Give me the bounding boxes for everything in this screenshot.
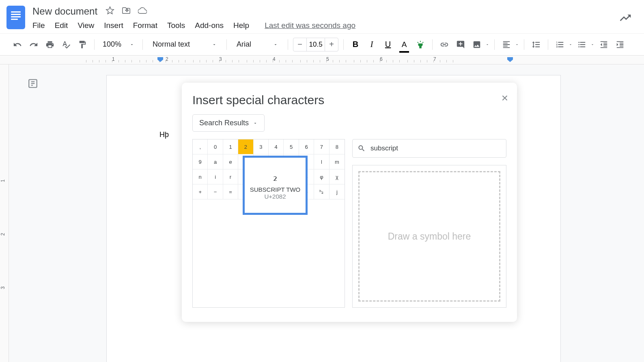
char-cell[interactable]: 2 [238, 139, 253, 154]
last-edit-link[interactable]: Last edit was seconds ago [265, 21, 355, 30]
menu-tools[interactable]: Tools [167, 21, 185, 30]
star-icon[interactable] [106, 6, 114, 17]
line-spacing-button[interactable] [529, 38, 543, 51]
docs-logo[interactable] [6, 6, 25, 29]
char-cell[interactable]: l [314, 154, 329, 169]
bold-button[interactable]: B [349, 38, 362, 51]
draw-symbol-area[interactable]: Draw a symbol here [352, 165, 506, 308]
special-characters-dialog: × Insert special characters Search Resul… [182, 83, 517, 322]
ruler-number: 1 [0, 180, 6, 182]
char-cell[interactable]: n [193, 169, 208, 184]
paragraph-style-select[interactable]: Normal text [148, 40, 222, 49]
chevron-down-icon[interactable] [485, 41, 489, 48]
insert-link-button[interactable] [437, 38, 451, 51]
dialog-title: Insert special characters [192, 93, 506, 107]
ruler-number: 6 [380, 56, 383, 62]
menu-addons[interactable]: Add-ons [195, 21, 224, 30]
char-cell[interactable]: j [330, 184, 345, 199]
char-cell[interactable]: a [208, 154, 223, 169]
font-size-increase[interactable]: + [325, 38, 338, 51]
ruler-number: 3 [0, 287, 6, 289]
char-cell[interactable]: − [208, 184, 223, 199]
char-cell[interactable]: 8 [330, 139, 345, 154]
char-cell[interactable]: 3 [254, 139, 269, 154]
horizontal-ruler: 1234567 [0, 56, 644, 64]
paint-format-button[interactable] [75, 38, 89, 51]
search-input[interactable] [370, 144, 501, 152]
move-icon[interactable] [122, 6, 131, 17]
chevron-down-icon[interactable] [590, 41, 594, 48]
menu-file[interactable]: File [32, 21, 45, 30]
menu-help[interactable]: Help [233, 21, 249, 30]
character-search[interactable] [352, 139, 506, 158]
draw-placeholder: Draw a symbol here [388, 231, 471, 242]
print-button[interactable] [43, 38, 57, 51]
numbered-list-button[interactable] [553, 38, 567, 51]
chevron-down-icon[interactable] [515, 41, 519, 48]
underline-button[interactable]: U [381, 38, 395, 51]
font-select[interactable]: Arial [232, 40, 283, 49]
char-cell[interactable]: , [193, 139, 208, 154]
char-cell[interactable]: i [208, 169, 223, 184]
ruler-number: 3 [219, 56, 222, 62]
close-button[interactable]: × [502, 92, 508, 105]
document-title[interactable]: New document [32, 6, 97, 17]
char-cell[interactable]: + [193, 184, 208, 199]
character-tooltip: ₂ SUBSCRIPT TWO U+2082 [243, 156, 308, 215]
menubar: File Edit View Insert Format Tools Add-o… [32, 17, 638, 30]
tooltip-name: SUBSCRIPT TWO [250, 186, 300, 193]
font-size-decrease[interactable]: − [293, 38, 306, 51]
char-cell[interactable]: ʰ₂ [314, 184, 329, 199]
decrease-indent-button[interactable] [597, 38, 611, 51]
left-indent-marker[interactable] [157, 57, 163, 62]
char-cell[interactable]: 0 [208, 139, 223, 154]
ruler-number: 2 [166, 56, 168, 62]
cloud-icon[interactable] [138, 6, 147, 17]
char-cell[interactable]: 7 [314, 139, 329, 154]
char-cell[interactable]: m [330, 154, 345, 169]
insert-image-button[interactable] [470, 38, 484, 51]
increase-indent-button[interactable] [613, 38, 627, 51]
char-cell[interactable]: 5 [284, 139, 299, 154]
text-color-button[interactable]: A [397, 38, 411, 51]
char-cell[interactable]: r [223, 169, 238, 184]
char-cell[interactable]: 4 [269, 139, 284, 154]
menu-insert[interactable]: Insert [104, 21, 123, 30]
italic-button[interactable]: I [365, 38, 379, 51]
menu-view[interactable]: View [78, 21, 94, 30]
align-button[interactable] [500, 38, 513, 51]
char-cell[interactable]: φ [314, 169, 329, 184]
char-cell[interactable]: 6 [299, 139, 314, 154]
ruler-number: 4 [273, 56, 276, 62]
chevron-down-icon[interactable] [569, 41, 573, 48]
char-cell[interactable]: = [223, 184, 238, 199]
undo-button[interactable] [11, 38, 24, 51]
char-cell[interactable]: χ [330, 169, 345, 184]
right-indent-marker[interactable] [507, 57, 513, 62]
bulleted-list-button[interactable] [575, 38, 589, 51]
category-dropdown[interactable]: Search Results [192, 114, 265, 132]
toolbar: 100% Normal text Arial − + B I U A [0, 33, 644, 56]
vertical-ruler: 123 [0, 64, 9, 362]
ruler-number: 1 [112, 56, 115, 62]
document-text: Hþ [159, 131, 169, 139]
ruler-number: 5 [326, 56, 329, 62]
ruler-number: 2 [0, 233, 6, 236]
menu-edit[interactable]: Edit [55, 21, 68, 30]
insert-comment-button[interactable] [454, 38, 467, 51]
zoom-select[interactable]: 100% [99, 40, 138, 49]
ruler-number: 7 [433, 56, 436, 62]
menu-format[interactable]: Format [133, 21, 157, 30]
tooltip-char: ₂ [273, 171, 277, 184]
char-cell[interactable]: 9 [193, 154, 208, 169]
spellcheck-button[interactable] [59, 38, 73, 51]
outline-toggle-button[interactable] [24, 75, 41, 92]
char-cell[interactable]: 1 [223, 139, 238, 154]
font-size-input[interactable] [306, 38, 325, 51]
font-size-control: − + [293, 38, 338, 51]
highlight-button[interactable] [414, 38, 427, 51]
char-cell[interactable]: e [223, 154, 238, 169]
redo-button[interactable] [27, 38, 41, 51]
tooltip-code: U+2082 [265, 193, 286, 200]
explore-icon[interactable] [619, 11, 632, 26]
